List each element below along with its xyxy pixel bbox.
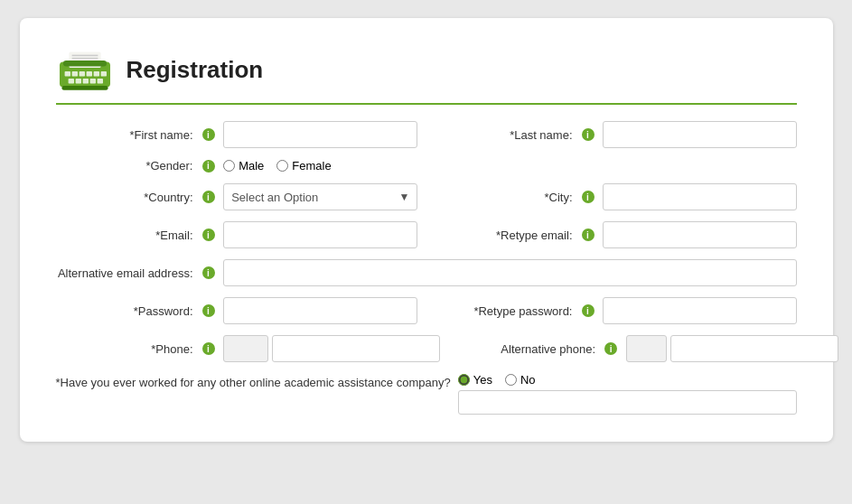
retype-email-info-icon[interactable]: i <box>582 229 595 241</box>
last-name-group: *Last name: i <box>435 121 797 148</box>
alt-phone-info-icon[interactable]: i <box>604 342 617 355</box>
phone-label: *Phone: <box>56 342 201 356</box>
gender-female-radio[interactable] <box>276 160 288 172</box>
phone-number-input[interactable] <box>272 335 440 362</box>
alt-phone-prefix-input[interactable] <box>626 335 667 362</box>
alt-email-info-icon[interactable]: i <box>202 266 215 279</box>
city-info-icon[interactable]: i <box>582 191 595 203</box>
registration-form: *First name: i *Last name: i *Gender: i <box>56 121 797 415</box>
alt-phone-inputs <box>626 335 838 362</box>
last-name-info-icon[interactable]: i <box>582 128 595 141</box>
worked-no-option[interactable]: No <box>505 373 536 387</box>
alt-phone-number-input[interactable] <box>670 335 838 362</box>
worked-no-radio[interactable] <box>505 374 517 386</box>
password-label: *Password: <box>56 304 201 318</box>
email-input[interactable] <box>223 221 417 248</box>
gender-group: *Gender: i Male Female <box>56 159 417 173</box>
gender-options: Male Female <box>223 159 417 173</box>
phone-inputs <box>223 335 440 362</box>
svg-rect-7 <box>71 71 77 77</box>
retype-email-input[interactable] <box>603 221 796 248</box>
svg-rect-5 <box>63 61 107 66</box>
registration-card: Registration *First name: i *Last name: … <box>20 18 833 442</box>
last-name-label: *Last name: <box>435 128 580 142</box>
svg-rect-12 <box>68 79 73 84</box>
worked-label: *Have you ever worked for any other onli… <box>56 373 458 391</box>
email-row: *Email: i *Retype email: i <box>56 221 797 248</box>
retype-password-info-icon[interactable]: i <box>582 304 595 317</box>
email-label: *Email: <box>56 229 201 242</box>
password-row: *Password: i *Retype password: i <box>56 297 797 324</box>
retype-password-label: *Retype password: <box>435 304 580 318</box>
svg-rect-13 <box>75 79 80 84</box>
worked-yes-option[interactable]: Yes <box>458 373 492 387</box>
email-info-icon[interactable]: i <box>202 229 215 241</box>
country-select-wrapper: Select an Option ▼ <box>223 183 417 210</box>
retype-email-label: *Retype email: <box>435 229 580 242</box>
password-input[interactable] <box>223 297 417 324</box>
svg-rect-9 <box>86 71 91 77</box>
svg-rect-15 <box>89 79 95 84</box>
svg-rect-6 <box>64 71 70 77</box>
gender-label: *Gender: <box>56 159 201 173</box>
worked-row: *Have you ever worked for any other onli… <box>56 373 797 415</box>
retype-email-group: *Retype email: i <box>435 221 797 248</box>
worked-right: Yes No <box>458 373 797 415</box>
gender-female-option[interactable]: Female <box>276 159 331 173</box>
phone-info-icon[interactable]: i <box>202 342 215 355</box>
worked-detail-input[interactable] <box>458 390 797 415</box>
worked-yes-radio[interactable] <box>458 374 470 386</box>
worked-yes-label: Yes <box>473 373 492 387</box>
first-name-label: *First name: <box>56 128 201 142</box>
first-name-info-icon[interactable]: i <box>202 128 215 141</box>
gender-info-icon[interactable]: i <box>202 160 215 173</box>
country-info-icon[interactable]: i <box>202 191 215 203</box>
country-select[interactable]: Select an Option <box>223 183 417 210</box>
gender-male-label: Male <box>239 159 264 173</box>
alt-phone-label: Alternative phone: <box>458 342 603 356</box>
country-city-row: *Country: i Select an Option ▼ *City: i <box>56 183 797 210</box>
gender-female-label: Female <box>292 159 331 173</box>
svg-rect-2 <box>71 55 98 57</box>
first-name-group: *First name: i <box>56 121 417 148</box>
alt-email-row: Alternative email address: i <box>56 259 797 286</box>
phone-prefix-input[interactable] <box>223 335 268 362</box>
svg-rect-16 <box>97 79 102 84</box>
svg-rect-10 <box>93 71 98 77</box>
svg-rect-14 <box>82 79 88 84</box>
password-group: *Password: i <box>56 297 417 324</box>
alt-email-group: Alternative email address: i <box>56 259 797 286</box>
svg-rect-8 <box>79 71 84 77</box>
svg-rect-3 <box>71 58 98 60</box>
phone-row: *Phone: i Alternative phone: i <box>56 335 797 362</box>
retype-password-group: *Retype password: i <box>435 297 797 324</box>
gender-row: *Gender: i Male Female <box>56 159 797 173</box>
country-group: *Country: i Select an Option ▼ <box>56 183 417 210</box>
header: Registration <box>56 45 797 105</box>
password-info-icon[interactable]: i <box>202 304 215 317</box>
email-group: *Email: i <box>56 221 417 248</box>
city-input[interactable] <box>603 183 796 210</box>
alt-email-label: Alternative email address: <box>56 266 201 280</box>
typewriter-icon <box>56 45 114 94</box>
country-label: *Country: <box>56 191 201 204</box>
gender-male-option[interactable]: Male <box>223 159 264 173</box>
worked-group: *Have you ever worked for any other onli… <box>56 373 797 415</box>
first-name-input[interactable] <box>223 121 417 148</box>
retype-password-input[interactable] <box>603 297 796 324</box>
svg-rect-11 <box>100 71 106 77</box>
alt-phone-group: Alternative phone: i <box>458 335 838 362</box>
alt-email-input[interactable] <box>223 259 796 286</box>
worked-no-label: No <box>520 373 536 387</box>
worked-radio-row: Yes No <box>458 373 797 387</box>
city-label: *City: <box>435 191 580 204</box>
last-name-input[interactable] <box>603 121 796 148</box>
phone-group: *Phone: i <box>56 335 441 362</box>
name-row: *First name: i *Last name: i <box>56 121 797 148</box>
city-group: *City: i <box>435 183 797 210</box>
page-title: Registration <box>126 56 264 84</box>
gender-male-radio[interactable] <box>223 160 235 172</box>
svg-rect-17 <box>61 86 108 90</box>
